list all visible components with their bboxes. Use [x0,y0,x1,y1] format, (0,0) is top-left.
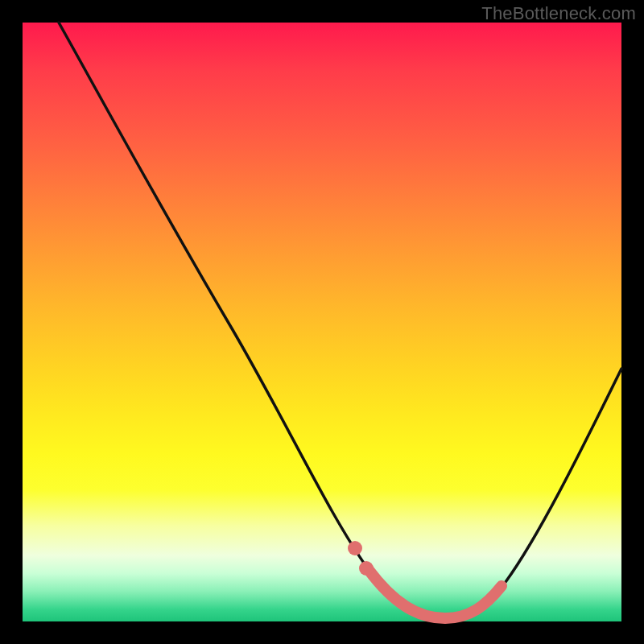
bottleneck-curve [59,23,621,618]
curve-layer [23,23,621,621]
optimal-range-highlight [369,570,502,618]
watermark-text: TheBottleneck.com [481,3,636,24]
plot-area [23,23,621,621]
highlight-dot-lower [359,561,374,576]
chart-frame: TheBottleneck.com [0,0,644,644]
highlight-dot-upper [348,541,362,555]
